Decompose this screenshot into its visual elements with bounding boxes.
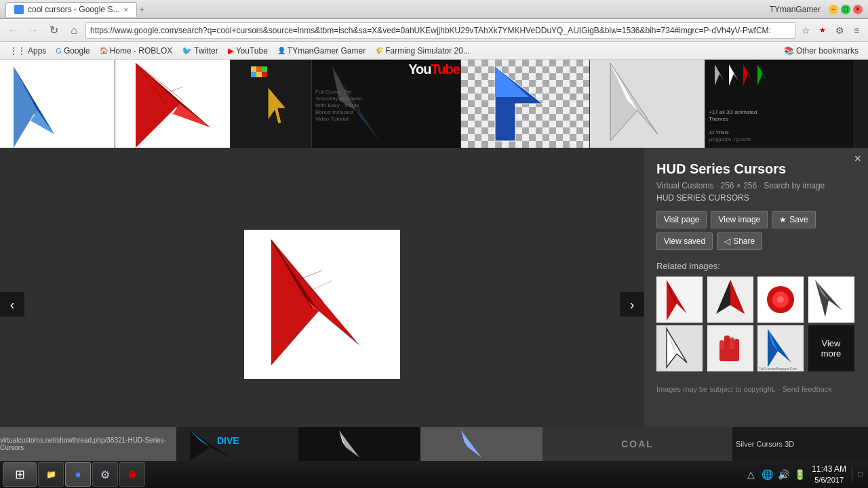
view-image-label: View image	[718, 215, 760, 224]
close-btn[interactable]: ×	[853, 5, 863, 14]
browser-tab[interactable]: cool cursors - Google S... ×	[5, 2, 137, 17]
clock-date: 5/6/2017	[812, 475, 846, 485]
view-saved-btn[interactable]: View saved	[656, 232, 713, 250]
tray-clock[interactable]: 11:43 AM 5/6/2017	[809, 464, 849, 485]
strip-image-3[interactable]	[231, 60, 312, 148]
image-meta: Virtual Customs · 256 × 256 · Search by …	[656, 181, 856, 190]
related-image-4[interactable]	[808, 277, 854, 323]
bookmark-roblox-label: Home - ROBLOX	[110, 46, 173, 56]
bookmark-roblox[interactable]: 🏠 Home - ROBLOX	[96, 45, 177, 57]
svg-rect-82	[420, 427, 542, 461]
related-image-2[interactable]	[707, 277, 753, 323]
strip-image-7[interactable]: +17 all 3D animated Themes JJ YING yingj…	[705, 60, 854, 148]
clock-time: 11:43 AM	[812, 464, 846, 475]
back-btn[interactable]: ←	[4, 22, 22, 39]
bookmark-google[interactable]: G Google	[52, 45, 94, 57]
bottom-result-2[interactable]: DIVE	[176, 427, 298, 461]
tray-network-icon[interactable]: 🌐	[760, 468, 774, 481]
bottom-strip: virtualcustoms.net/showthread.php/38321-…	[0, 427, 868, 461]
silver-cursors-label: Silver Cursors 3D	[736, 440, 794, 448]
next-image-btn[interactable]: ›	[620, 292, 644, 317]
image-source: HUD SERIES CURSORS	[656, 193, 856, 203]
svg-marker-25	[495, 66, 529, 97]
bottom-result-4[interactable]	[420, 427, 542, 461]
svg-text:Bonus Included: Bonus Included	[315, 109, 353, 115]
strip-image-1[interactable]	[0, 60, 115, 148]
youtube-logo-overlay: YouTube	[408, 60, 460, 79]
coal-label: COAL	[621, 439, 654, 449]
taskbar-steam[interactable]: ⚙	[92, 462, 118, 487]
bookmark-youtube[interactable]: ▶ YouTube	[224, 45, 272, 57]
start-icon: ⊞	[15, 467, 25, 482]
share-btn[interactable]: ◁ Share	[717, 232, 762, 250]
menu-btn[interactable]: ≡	[849, 23, 864, 38]
related-title: Related images:	[656, 261, 856, 271]
svg-marker-17	[356, 110, 380, 141]
save-btn[interactable]: ★ Save	[772, 211, 815, 228]
bookmark-twitter[interactable]: 🐦 Twitter	[178, 45, 222, 57]
new-tab-btn[interactable]: +	[140, 5, 144, 14]
detail-panel: ‹	[0, 148, 868, 461]
minimize-btn[interactable]: −	[829, 5, 838, 14]
reload-btn[interactable]: ↻	[45, 22, 62, 39]
youtube-icon: ▶	[228, 46, 234, 56]
view-saved-label: View saved	[664, 237, 705, 246]
tab-close-btn[interactable]: ×	[123, 5, 127, 14]
info-close-btn[interactable]: ×	[854, 152, 861, 166]
extension-icon-2[interactable]: ⚙	[832, 23, 847, 38]
farming-icon: 🌾	[375, 47, 383, 54]
view-more-btn[interactable]: Viewmore	[808, 325, 854, 371]
taskbar-file-explorer[interactable]: 📁	[38, 462, 64, 487]
bottom-result-5[interactable]: COAL	[542, 427, 732, 461]
user-label: TYmanGamer	[770, 5, 821, 14]
svg-text:DIVE: DIVE	[217, 435, 239, 446]
view-image-btn[interactable]: View image	[711, 211, 768, 228]
taskbar-chrome[interactable]: ●	[65, 462, 91, 487]
maximize-btn[interactable]: □	[841, 5, 850, 14]
other-bookmarks[interactable]: 📚 Other bookmarks	[780, 45, 863, 57]
svg-rect-11	[251, 72, 256, 77]
tray-battery-icon[interactable]: 🔋	[793, 468, 806, 481]
forward-btn[interactable]: →	[24, 22, 42, 39]
recording-icon: ⏺	[125, 468, 139, 481]
related-images-grid: TailCursorsBlogspot.Com Viewmore	[656, 277, 856, 371]
bottom-result-6[interactable]: Silver Cursors 3D	[732, 427, 868, 461]
home-btn[interactable]: ⌂	[65, 22, 83, 39]
strip-image-2[interactable]	[115, 60, 231, 148]
title-bar: cool cursors - Google S... × + TYmanGame…	[0, 0, 868, 19]
bookmark-farming[interactable]: 🌾 Farming Simulator 20...	[371, 45, 474, 57]
related-image-1[interactable]	[656, 277, 703, 323]
svg-marker-15	[268, 87, 286, 124]
extension-icon-1[interactable]: ★	[815, 23, 830, 38]
related-image-6[interactable]	[707, 325, 753, 371]
bookmark-apps[interactable]: ⋮⋮ Apps	[5, 45, 50, 57]
bookmark-tymangamer[interactable]: 👤 TYmanGamer Gamer	[273, 45, 370, 57]
visit-page-btn[interactable]: Visit page	[656, 211, 707, 228]
strip-image-5[interactable]	[461, 60, 590, 148]
tray-volume-icon[interactable]: 🔊	[776, 468, 790, 481]
tray-show-desktop-icon[interactable]: □	[852, 468, 865, 481]
svg-marker-32	[757, 64, 767, 86]
address-bar[interactable]	[85, 22, 795, 39]
prev-image-btn[interactable]: ‹	[0, 292, 24, 317]
bookmark-star-btn[interactable]: ☆	[798, 23, 813, 38]
start-btn[interactable]: ⊞	[3, 462, 37, 487]
related-image-7[interactable]: TailCursorsBlogspot.Com	[757, 325, 804, 371]
save-label: Save	[789, 215, 808, 224]
bookmark-farming-label: Farming Simulator 20...	[385, 46, 470, 56]
chrome-icon: ●	[71, 468, 85, 481]
svg-text:+17 all 3D animated: +17 all 3D animated	[709, 109, 757, 115]
tray-notification-icon[interactable]: △	[744, 468, 757, 481]
bottom-result-1[interactable]: virtualcustoms.net/showthread.php/38321-…	[0, 427, 176, 461]
svg-marker-31	[743, 64, 753, 86]
taskbar-recording[interactable]: ⏺	[119, 462, 145, 487]
nav-bar: ← → ↻ ⌂ ☆ ★ ⚙ ≡	[0, 19, 868, 42]
related-image-3[interactable]	[757, 277, 804, 323]
main-content: YouTube	[0, 60, 868, 461]
info-panel: × HUD Series Cursors Virtual Customs · 2…	[644, 148, 868, 461]
related-image-5[interactable]	[656, 325, 703, 371]
strip-image-6[interactable]	[590, 60, 705, 148]
bottom-result-3[interactable]	[298, 427, 420, 461]
copyright-text: Images may be subject to copyright. · Se…	[656, 385, 856, 393]
svg-marker-29	[715, 64, 724, 86]
